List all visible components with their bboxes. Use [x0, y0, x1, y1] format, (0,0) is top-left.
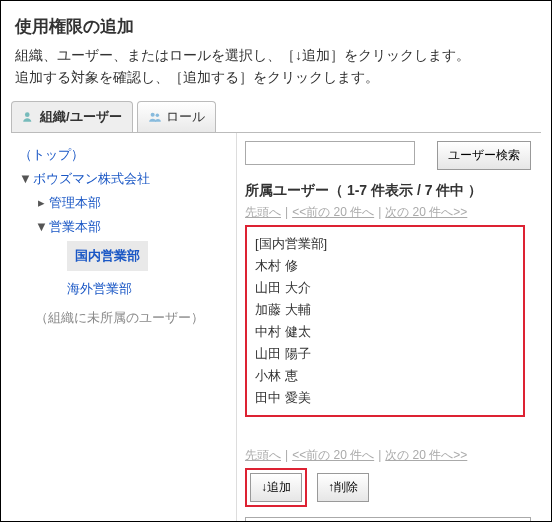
search-input[interactable]: [245, 141, 415, 165]
tree-overseas[interactable]: 海外営業部: [67, 280, 132, 298]
tree-top[interactable]: （トップ）: [19, 146, 84, 164]
tree-admin[interactable]: 管理本部: [49, 194, 101, 212]
pager-prev[interactable]: <<前の 20 件へ: [292, 205, 374, 219]
tree-company[interactable]: ボウズマン株式会社: [33, 170, 150, 188]
added-list[interactable]: [国内営業部]: [245, 517, 531, 522]
user-list[interactable]: [国内営業部] 木村 修 山田 大介 加藤 大輔 中村 健太 山田 陽子 小林 …: [245, 225, 525, 417]
tab-label: 組織/ユーザー: [40, 108, 122, 126]
search-button[interactable]: ユーザー検索: [437, 141, 531, 170]
list-item[interactable]: 中村 健太: [255, 321, 515, 343]
pager-next[interactable]: 次の 20 件へ>>: [385, 448, 467, 462]
pager-first[interactable]: 先頭へ: [245, 205, 281, 219]
tree-unassigned[interactable]: （組織に未所属のユーザー）: [19, 309, 230, 327]
pager-bottom: 先頭へ|<<前の 20 件へ|次の 20 件へ>>: [245, 447, 531, 464]
caret-down-icon[interactable]: ▼: [35, 219, 47, 234]
pager-next[interactable]: 次の 20 件へ>>: [385, 205, 467, 219]
org-tree: （トップ） ▼ボウズマン株式会社 ▸管理本部 ▼営業本部 国内営業部 海外営業部…: [15, 133, 236, 522]
pager-prev[interactable]: <<前の 20 件へ: [292, 448, 374, 462]
list-item[interactable]: 田中 愛美: [255, 387, 515, 409]
users-section-title: 所属ユーザー（ 1-7 件表示 / 7 件中 ）: [245, 182, 531, 200]
add-button[interactable]: ↓追加: [250, 473, 302, 502]
svg-point-1: [150, 112, 154, 116]
tree-selected[interactable]: 国内営業部: [67, 241, 148, 271]
tab-role[interactable]: ロール: [137, 101, 216, 132]
tab-bar: 組織/ユーザー ロール: [11, 101, 541, 133]
people-icon: [148, 110, 162, 124]
pager-top: 先頭へ|<<前の 20 件へ|次の 20 件へ>>: [245, 204, 531, 221]
list-item[interactable]: 小林 恵: [255, 365, 515, 387]
remove-button[interactable]: ↑削除: [317, 473, 369, 502]
list-item[interactable]: 山田 大介: [255, 277, 515, 299]
page-description: 組織、ユーザー、またはロールを選択し、［↓追加］をクリックします。 追加する対象…: [15, 44, 537, 89]
tree-sales[interactable]: 営業本部: [49, 218, 101, 236]
user-list-group[interactable]: [国内営業部]: [255, 233, 515, 255]
svg-point-0: [25, 112, 30, 117]
caret-down-icon[interactable]: ▼: [19, 171, 31, 186]
pager-first[interactable]: 先頭へ: [245, 448, 281, 462]
page-title: 使用権限の追加: [15, 15, 537, 38]
list-item[interactable]: 山田 陽子: [255, 343, 515, 365]
tab-org-user[interactable]: 組織/ユーザー: [11, 101, 133, 132]
people-icon: [22, 110, 36, 124]
svg-point-2: [155, 113, 159, 117]
tab-label: ロール: [166, 108, 205, 126]
caret-right-icon[interactable]: ▸: [35, 195, 47, 210]
list-item[interactable]: 木村 修: [255, 255, 515, 277]
list-item[interactable]: 加藤 大輔: [255, 299, 515, 321]
add-button-highlight: ↓追加: [245, 468, 307, 507]
